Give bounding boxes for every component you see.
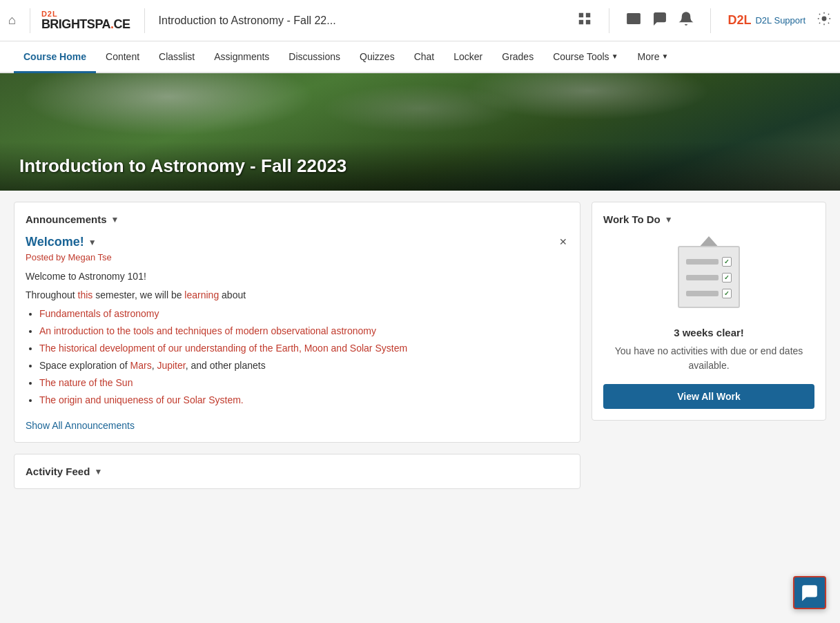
right-column: Work To Do ▼ ✓ <box>592 202 826 421</box>
nav-course-tools[interactable]: Course Tools ▼ <box>543 41 627 73</box>
nav-assignments[interactable]: Assignments <box>204 41 279 73</box>
nav-more[interactable]: More ▼ <box>628 41 678 73</box>
chat-icon[interactable] <box>652 11 667 30</box>
work-to-do-header: Work To Do ▼ <box>603 213 814 225</box>
clip-check: ✓ <box>722 257 732 267</box>
list-item: The origin and uniqueness of our Solar S… <box>39 393 569 408</box>
nav-discussions[interactable]: Discussions <box>279 41 350 73</box>
nav-bar: Course Home Content Classlist Assignment… <box>0 41 840 73</box>
announcement-chevron[interactable]: ▼ <box>88 238 97 247</box>
bell-icon[interactable] <box>678 11 694 30</box>
work-to-do-chevron[interactable]: ▼ <box>665 215 673 224</box>
clip-row: ✓ <box>686 257 732 267</box>
list-item: The historical development of our unders… <box>39 341 569 356</box>
announcement-item: Welcome! ▼ ✕ Posted by Megan Tse Welcome… <box>26 235 569 431</box>
announce-list: Fundamentals of astronomy An introductio… <box>26 307 569 408</box>
clip-line-bar <box>686 275 719 280</box>
list-item: The nature of the Sun <box>39 376 569 390</box>
announcements-label: Announcements <box>26 213 107 225</box>
hero-overlay: Introduction to Astronomy - Fall 22023 <box>0 142 840 191</box>
nav-grades[interactable]: Grades <box>492 41 543 73</box>
list-item: Space exploration of Mars, Jupiter, and … <box>39 358 569 373</box>
divider <box>30 8 30 33</box>
course-tools-dropdown-icon: ▼ <box>612 52 618 60</box>
activity-feed-header: Activity Feed ▼ <box>26 466 569 477</box>
work-clear-text: 3 weeks clear! <box>603 327 814 338</box>
announce-line1: Welcome to Astronomy 101! <box>26 269 569 284</box>
announcement-close-button[interactable]: ✕ <box>558 235 569 249</box>
svg-rect-0 <box>579 13 583 17</box>
list-item: Fundamentals of astronomy <box>39 307 569 321</box>
divider4 <box>710 8 711 33</box>
clipboard-graphic: ✓ ✓ ✓ <box>674 236 743 316</box>
activity-feed-chevron[interactable]: ▼ <box>94 467 102 477</box>
work-illustration: ✓ ✓ ✓ <box>603 236 814 316</box>
more-dropdown-icon: ▼ <box>661 52 668 60</box>
d2l-logo-text: D2L <box>727 13 751 28</box>
logo: D2L BRIGHTSPA.CE <box>41 10 130 32</box>
clip-check: ✓ <box>722 273 732 282</box>
svg-rect-1 <box>586 13 590 17</box>
hero-banner: Introduction to Astronomy - Fall 22023 <box>0 73 840 191</box>
main-content: Announcements ▼ Welcome! ▼ ✕ Posted by M… <box>0 191 840 500</box>
clipboard-lines: ✓ ✓ ✓ <box>679 247 739 304</box>
email-icon[interactable] <box>626 11 641 30</box>
nav-classlist[interactable]: Classlist <box>149 41 204 73</box>
announcement-title: Welcome! ▼ <box>26 235 97 249</box>
announcements-chevron[interactable]: ▼ <box>111 215 119 224</box>
clip-line-bar <box>686 291 719 296</box>
top-bar: ⌂ D2L BRIGHTSPA.CE Introduction to Astro… <box>0 0 840 41</box>
left-column: Announcements ▼ Welcome! ▼ ✕ Posted by M… <box>14 202 580 489</box>
top-icons: D2L D2L Support <box>577 8 832 33</box>
announcement-title-row: Welcome! ▼ ✕ <box>26 235 569 249</box>
work-to-do-card: Work To Do ▼ ✓ <box>592 202 826 421</box>
clip-row: ✓ <box>686 273 732 282</box>
settings-icon[interactable] <box>817 11 832 30</box>
clip-line-bar <box>686 259 719 265</box>
logo-d2l: D2L <box>41 10 130 18</box>
divider2 <box>144 8 145 33</box>
svg-rect-2 <box>579 20 583 24</box>
work-to-do-label: Work To Do <box>603 213 661 225</box>
clip-row: ✓ <box>686 289 732 298</box>
d2l-support-link[interactable]: D2L Support <box>755 15 805 26</box>
course-title-truncated: Introduction to Astronomy - Fall 22... <box>159 15 380 27</box>
clipboard-body: ✓ ✓ ✓ <box>678 246 740 308</box>
announcements-header: Announcements ▼ <box>26 213 569 225</box>
logo-brightspace: BRIGHTSPA.CE <box>41 18 130 32</box>
work-desc-text: You have no activities with due or end d… <box>603 344 814 373</box>
divider3 <box>609 8 609 33</box>
announcements-card: Announcements ▼ Welcome! ▼ ✕ Posted by M… <box>14 202 580 443</box>
nav-quizzes[interactable]: Quizzes <box>350 41 404 73</box>
nav-locker[interactable]: Locker <box>444 41 492 73</box>
nav-content[interactable]: Content <box>96 41 149 73</box>
announcement-posted-by: Posted by Megan Tse <box>26 252 569 262</box>
d2l-brand-badge: D2L D2L Support <box>727 13 805 28</box>
activity-feed-card: Activity Feed ▼ <box>14 454 580 489</box>
svg-point-5 <box>822 17 826 21</box>
clip-check: ✓ <box>722 289 732 298</box>
view-all-work-button[interactable]: View All Work <box>603 384 814 409</box>
nav-chat[interactable]: Chat <box>404 41 445 73</box>
grid-icon[interactable] <box>577 11 592 30</box>
nav-course-home[interactable]: Course Home <box>14 41 96 73</box>
svg-rect-3 <box>586 20 590 24</box>
activity-feed-label: Activity Feed <box>26 466 90 477</box>
hero-title: Introduction to Astronomy - Fall 22023 <box>19 155 821 177</box>
announcement-body: Welcome to Astronomy 101! Throughout thi… <box>26 269 569 408</box>
show-all-announcements-link[interactable]: Show All Announcements <box>26 420 135 431</box>
announce-line2: Throughout this semester, we will be lea… <box>26 288 569 303</box>
home-icon[interactable]: ⌂ <box>8 13 16 28</box>
list-item: An introduction to the tools and techniq… <box>39 324 569 338</box>
